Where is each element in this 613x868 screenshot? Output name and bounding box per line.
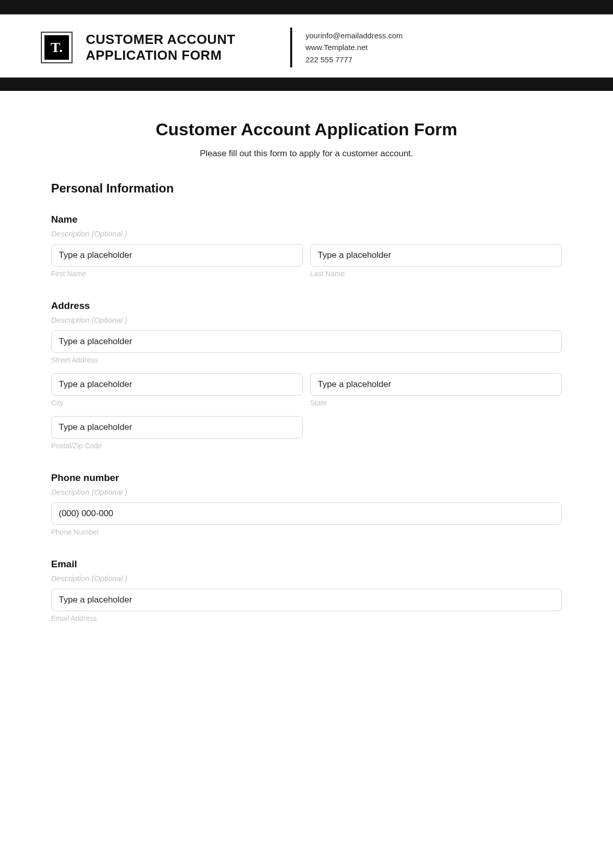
last-name-sublabel: Last Name: [310, 270, 562, 278]
contact-website: www.Template.net: [305, 41, 403, 53]
page-title: Customer Account Application Form: [51, 119, 562, 139]
mid-black-band: [0, 78, 613, 91]
phone-label: Phone number: [51, 472, 562, 484]
contact-phone: 222 555 7777: [305, 54, 403, 65]
email-sublabel: Email Address: [51, 614, 562, 622]
first-name-sublabel: First Name: [51, 270, 303, 278]
contact-email: yourinfo@emailaddress.com: [305, 30, 403, 41]
phone-description: Description (Optional ): [51, 488, 562, 496]
address-description: Description (Optional ): [51, 316, 562, 324]
brand-logo-text: T.: [44, 35, 69, 60]
name-description: Description (Optional ): [51, 229, 562, 238]
section-personal-information: Personal Information: [51, 181, 562, 196]
phone-sublabel: Phone Number: [51, 528, 562, 536]
email-address-input[interactable]: [51, 589, 562, 611]
state-input[interactable]: [310, 373, 562, 396]
contact-block: yourinfo@emailaddress.com www.Template.n…: [305, 30, 403, 65]
first-name-input[interactable]: [51, 244, 303, 267]
form-body: Customer Account Application Form Please…: [0, 91, 613, 655]
email-label: Email: [51, 559, 562, 570]
phone-number-input[interactable]: [51, 502, 562, 525]
brand-logo: T.: [41, 32, 73, 63]
name-label: Name: [51, 214, 562, 225]
city-sublabel: City: [51, 399, 303, 407]
field-email: Email Description (Optional ) Email Addr…: [51, 559, 562, 622]
city-input[interactable]: [51, 373, 303, 396]
field-name: Name Description (Optional ) First Name …: [51, 214, 562, 278]
field-phone: Phone number Description (Optional ) Pho…: [51, 472, 562, 536]
vertical-separator: [290, 28, 292, 67]
top-black-bar: [0, 0, 613, 14]
postal-code-input[interactable]: [51, 416, 303, 439]
street-address-sublabel: Street Address: [51, 356, 562, 364]
address-label: Address: [51, 300, 562, 311]
letterhead: T. CUSTOMER ACCOUNT APPLICATION FORM you…: [0, 15, 613, 77]
email-description: Description (Optional ): [51, 574, 562, 583]
state-sublabel: State: [310, 399, 562, 407]
field-address: Address Description (Optional ) Street A…: [51, 300, 562, 450]
letterhead-title: CUSTOMER ACCOUNT APPLICATION FORM: [86, 32, 260, 63]
postal-code-sublabel: Postal/Zip Code: [51, 442, 303, 450]
last-name-input[interactable]: [310, 244, 562, 267]
page-subtitle: Please fill out this form to apply for a…: [51, 149, 562, 159]
street-address-input[interactable]: [51, 330, 562, 353]
